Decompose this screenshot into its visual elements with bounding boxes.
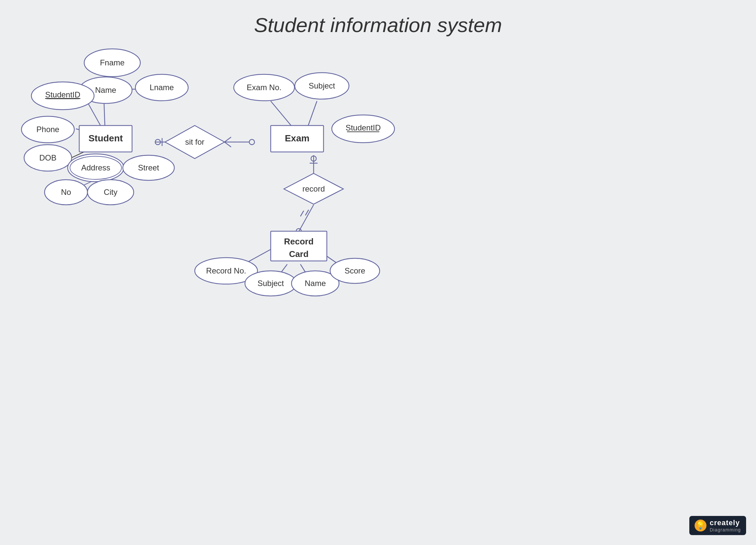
svg-line-17 [224,142,231,147]
record-card-entity-label2: Card [289,249,308,259]
svg-line-0 [87,101,102,129]
record-relationship-label: record [302,184,325,193]
score-attr-label: Score [345,266,365,275]
svg-point-15 [249,139,255,145]
er-diagram: Student Exam Record Card sit for record … [0,0,756,545]
creately-bulb-icon: 💡 [695,520,706,531]
name-attr-label: Name [95,85,116,94]
creately-brand-name: creately [710,519,741,527]
svg-line-1 [104,102,105,129]
svg-line-27 [300,211,304,216]
svg-line-20 [307,101,317,129]
recordno-attr-label: Record No. [206,266,246,275]
address-attr-label: Address [81,163,110,172]
svg-line-16 [224,137,231,142]
sit-for-relationship-label: sit for [185,137,205,146]
fname-attr-label: Fname [100,58,125,67]
record-card-entity-label: Record [284,236,314,246]
name2-attr-label: Name [305,279,326,288]
no-attr-label: No [61,187,71,196]
studentid1-attr-label: StudentID [45,90,81,99]
subject2-attr-label: Subject [258,279,284,288]
studentid2-attr-label: StudentID [346,123,381,132]
exam-entity-label: Exam [285,133,310,143]
lname-attr-label: Lname [150,83,174,92]
creately-watermark: 💡 creately Diagramming [689,516,746,535]
student-entity-label: Student [88,133,123,143]
examno-attr-label: Exam No. [247,83,281,92]
creately-tagline: Diagramming [710,527,741,532]
phone-attr-label: Phone [36,125,59,134]
svg-line-19 [271,101,294,129]
svg-line-25 [297,205,314,234]
subject1-attr-label: Subject [309,81,335,90]
city-attr-label: City [104,187,117,196]
dob-attr-label: DOB [39,153,56,162]
street-attr-label: Street [138,163,159,172]
